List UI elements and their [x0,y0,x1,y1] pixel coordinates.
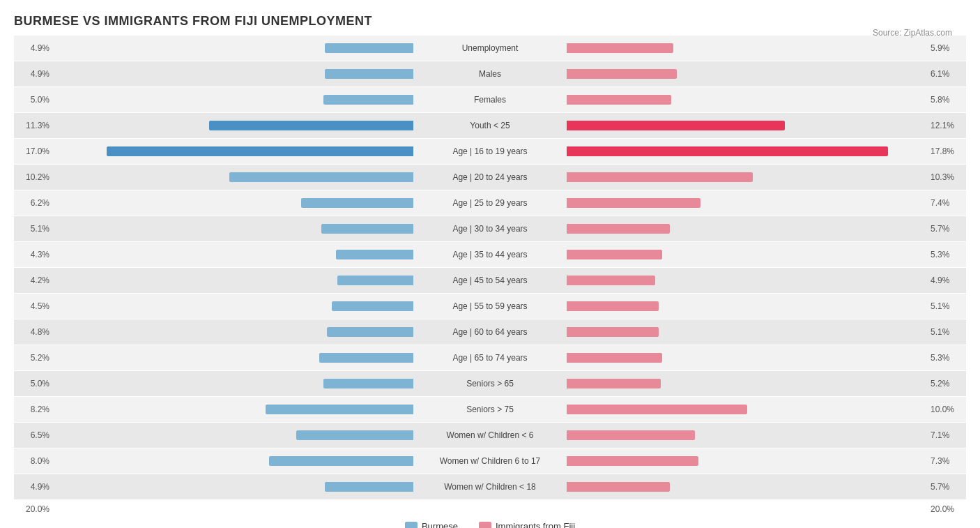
right-bar [567,43,673,53]
chart-row: 6.2% Age | 25 to 29 years 7.4% [14,190,966,216]
legend-fiji-label: Immigrants from Fiji [496,521,575,528]
row-label: Women w/ Children < 18 [413,482,567,492]
right-bar-container [567,94,928,105]
chart-row: 8.0% Women w/ Children 6 to 17 7.3% [14,448,966,474]
right-bar-container [567,146,928,157]
left-bar [325,69,413,79]
right-bar-container [567,197,928,209]
left-bar [332,301,413,311]
left-bar [209,121,413,130]
right-bar [567,121,785,130]
legend-fiji: Immigrants from Fiji [479,521,575,528]
row-label: Age | 35 to 44 years [413,250,567,259]
left-value: 5.2% [14,353,52,363]
left-value: 4.5% [14,301,52,311]
right-bar [567,379,661,389]
left-value: 6.2% [14,198,52,208]
legend-burmese: Burmese [405,521,458,528]
left-bar-container [52,120,413,131]
right-value: 5.1% [928,327,966,337]
left-bar [321,224,413,234]
right-bar [567,301,659,311]
left-value: 4.8% [14,327,52,337]
right-bar-container [567,352,928,363]
left-bar [323,379,414,389]
row-label: Males [413,69,567,79]
right-bar [567,456,698,466]
right-bar-container [567,301,928,312]
left-value: 5.1% [14,224,52,234]
left-value: 4.9% [14,69,52,79]
right-bar-container [567,404,928,415]
right-bar [567,250,662,259]
right-bar-container [567,68,928,80]
right-value: 5.8% [928,95,966,105]
left-bar-container [52,430,413,441]
right-value: 5.1% [928,301,966,311]
left-bar [336,250,413,259]
chart-title: BURMESE VS IMMIGRANTS FROM FIJI UNEMPLOY… [14,14,966,29]
row-label: Age | 25 to 29 years [413,198,567,208]
right-bar [567,405,747,414]
right-bar-container [567,378,928,389]
row-label: Seniors > 65 [413,379,567,389]
axis-right-label: 20.0% [928,504,966,514]
right-bar [567,276,655,285]
axis-left-label: 20.0% [14,504,52,514]
chart-row: 5.2% Age | 65 to 74 years 5.3% [14,345,966,370]
chart-body: 4.9% Unemployment 5.9% 4.9% Males 6.1% 5… [14,36,966,500]
row-label: Age | 60 to 64 years [413,327,567,337]
left-bar [266,405,413,414]
right-value: 7.1% [928,430,966,440]
right-value: 4.9% [928,276,966,285]
right-value: 7.3% [928,456,966,466]
source-label: Source: ZipAtlas.com [873,28,952,38]
left-value: 5.0% [14,95,52,105]
row-label: Unemployment [413,43,567,53]
chart-row: 8.2% Seniors > 75 10.0% [14,397,966,422]
left-bar-container [52,352,413,363]
chart-row: 5.1% Age | 30 to 34 years 5.7% [14,216,966,241]
right-value: 5.7% [928,224,966,234]
left-bar-container [52,275,413,286]
chart-row: 5.0% Females 5.8% [14,87,966,112]
left-value: 4.9% [14,43,52,53]
right-bar-container [567,481,928,492]
row-label: Age | 65 to 74 years [413,353,567,363]
row-label: Age | 16 to 19 years [413,146,567,156]
left-bar-container [52,94,413,105]
left-bar-container [52,326,413,338]
right-bar [567,146,888,156]
left-bar-container [52,68,413,80]
chart-row: 5.0% Seniors > 65 5.2% [14,371,966,396]
left-bar [323,95,414,105]
left-bar-container [52,172,413,183]
right-value: 5.9% [928,43,966,53]
chart-legend: Burmese Immigrants from Fiji [14,521,966,528]
row-label: Women w/ Children < 6 [413,430,567,440]
right-bar [567,198,700,208]
left-bar [319,353,413,363]
axis-row: 20.0% 20.0% [14,504,966,514]
left-bar [337,276,413,285]
row-label: Women w/ Children 6 to 17 [413,456,567,466]
left-bar-container [52,43,413,54]
row-label: Youth < 25 [413,121,567,130]
chart-row: 4.5% Age | 55 to 59 years 5.1% [14,294,966,319]
left-value: 8.0% [14,456,52,466]
right-bar [567,430,695,440]
row-label: Age | 20 to 24 years [413,172,567,182]
left-bar [301,198,413,208]
left-value: 4.3% [14,250,52,259]
left-bar-container [52,404,413,415]
left-value: 17.0% [14,146,52,156]
right-bar [567,224,670,234]
right-value: 12.1% [928,121,966,130]
right-value: 10.0% [928,405,966,414]
chart-row: 4.9% Males 6.1% [14,61,966,86]
left-value: 8.2% [14,405,52,414]
right-bar-container [567,223,928,234]
right-value: 5.7% [928,482,966,492]
right-value: 17.8% [928,146,966,156]
right-bar-container [567,326,928,338]
